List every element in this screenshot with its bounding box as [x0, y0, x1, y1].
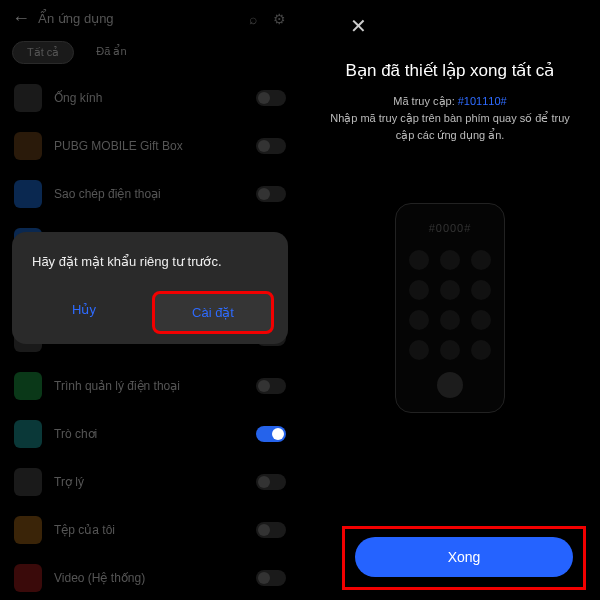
access-code-note: Nhập mã truy cập trên bàn phím quay số đ… — [300, 108, 600, 143]
done-annotation: Xong — [342, 526, 586, 590]
app-row: Sao chép điện thoại — [0, 170, 300, 218]
app-name-label: Tệp của tôi — [54, 523, 244, 537]
app-row: Tệp của tôi — [0, 506, 300, 554]
app-row: Ống kính — [0, 74, 300, 122]
app-toggle[interactable] — [256, 570, 286, 586]
app-toggle[interactable] — [256, 90, 286, 106]
hide-apps-screen: ← Ẩn ứng dụng ⌕ ⚙ Tất cả Đã ẩn Ống kínhP… — [0, 0, 300, 600]
app-icon — [14, 420, 42, 448]
app-toggle[interactable] — [256, 474, 286, 490]
app-name-label: Trò chơi — [54, 427, 244, 441]
app-name-label: PUBG MOBILE Gift Box — [54, 139, 244, 153]
back-icon[interactable]: ← — [12, 8, 30, 29]
app-row: Video (Hệ thống) — [0, 554, 300, 600]
settings-button[interactable]: Cài đặt — [152, 291, 274, 334]
app-toggle[interactable] — [256, 138, 286, 154]
access-code-line: Mã truy cập: #101110# — [393, 95, 506, 108]
app-toggle[interactable] — [256, 186, 286, 202]
app-icon — [14, 516, 42, 544]
setup-done-screen: ✕ Bạn đã thiết lập xong tất cả Mã truy c… — [300, 0, 600, 600]
app-row: Trình quản lý điện thoại — [0, 362, 300, 410]
dial-button-icon — [437, 372, 463, 398]
app-name-label: Sao chép điện thoại — [54, 187, 244, 201]
app-icon — [14, 468, 42, 496]
left-header: ← Ẩn ứng dụng ⌕ ⚙ — [0, 0, 300, 37]
app-name-label: Video (Hệ thống) — [54, 571, 244, 585]
phone-illustration: #0000# — [395, 203, 505, 413]
app-icon — [14, 372, 42, 400]
cancel-button[interactable]: Hủy — [26, 291, 142, 334]
dialog-actions: Hủy Cài đặt — [26, 291, 274, 334]
app-toggle[interactable] — [256, 426, 286, 442]
close-icon[interactable]: ✕ — [350, 14, 367, 38]
app-name-label: Trình quản lý điện thoại — [54, 379, 244, 393]
keypad-illustration — [408, 250, 492, 360]
app-icon — [14, 132, 42, 160]
app-icon — [14, 180, 42, 208]
app-name-label: Ống kính — [54, 91, 244, 105]
app-icon — [14, 564, 42, 592]
settings-icon[interactable]: ⚙ — [270, 10, 288, 28]
app-icon — [14, 84, 42, 112]
filter-tabs: Tất cả Đã ẩn — [0, 37, 300, 74]
done-button[interactable]: Xong — [355, 537, 573, 577]
app-toggle[interactable] — [256, 522, 286, 538]
done-title: Bạn đã thiết lập xong tất cả — [332, 60, 569, 81]
app-toggle[interactable] — [256, 378, 286, 394]
page-title: Ẩn ứng dụng — [38, 11, 236, 26]
app-row: PUBG MOBILE Gift Box — [0, 122, 300, 170]
tab-all[interactable]: Tất cả — [12, 41, 74, 64]
phone-code-placeholder: #0000# — [429, 222, 472, 234]
tab-hidden[interactable]: Đã ẩn — [82, 41, 140, 64]
access-code-label: Mã truy cập: — [393, 95, 457, 107]
dialog-message: Hãy đặt mật khẩu riêng tư trước. — [26, 254, 274, 269]
app-row: Trò chơi — [0, 410, 300, 458]
app-name-label: Trợ lý — [54, 475, 244, 489]
search-icon[interactable]: ⌕ — [244, 10, 262, 28]
password-dialog: Hãy đặt mật khẩu riêng tư trước. Hủy Cài… — [12, 232, 288, 344]
app-row: Trợ lý — [0, 458, 300, 506]
access-code-value: #101110# — [458, 95, 507, 107]
